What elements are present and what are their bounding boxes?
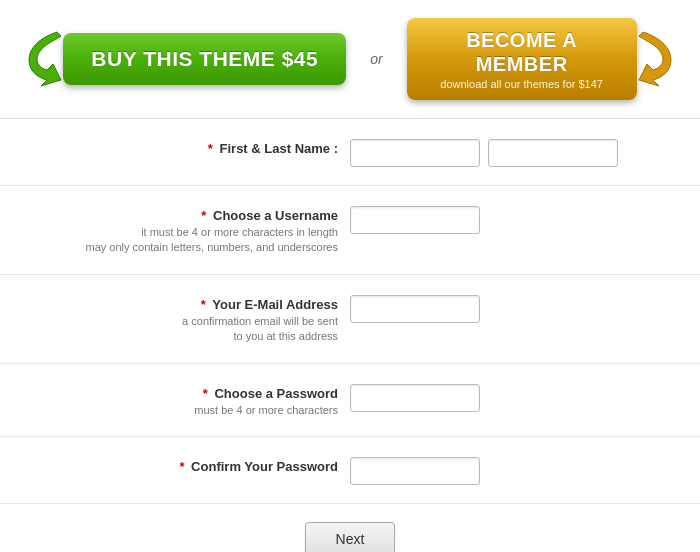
green-arrow-icon — [19, 30, 67, 88]
member-button-wrapper: BECOME A MEMBER download all our themes … — [407, 18, 681, 100]
password-inputs — [350, 382, 480, 412]
become-member-button[interactable]: BECOME A MEMBER download all our themes … — [407, 18, 637, 100]
username-label: * Choose a Username — [40, 208, 338, 223]
email-input[interactable] — [350, 295, 480, 323]
or-label: or — [370, 51, 382, 67]
first-name-input[interactable] — [350, 139, 480, 167]
password-label: * Choose a Password — [40, 386, 338, 401]
last-name-input[interactable] — [488, 139, 618, 167]
email-label: * Your E-Mail Address — [40, 297, 338, 312]
email-inputs — [350, 293, 480, 323]
member-button-sub-text: download all our themes for $147 — [440, 78, 603, 90]
confirm-password-inputs — [350, 455, 480, 485]
username-label-col: * Choose a Username it must be 4 or more… — [40, 204, 350, 256]
email-row: * Your E-Mail Address a confirmation ema… — [0, 275, 700, 364]
username-input[interactable] — [350, 206, 480, 234]
username-sub-label: it must be 4 or more characters in lengt… — [40, 225, 338, 256]
confirm-password-required-star: * — [179, 459, 184, 474]
confirm-password-row: * Confirm Your Password — [0, 437, 700, 504]
email-label-col: * Your E-Mail Address a confirmation ema… — [40, 293, 350, 345]
name-label: * First & Last Name : — [40, 141, 338, 156]
name-row: * First & Last Name : — [0, 119, 700, 186]
confirm-password-label: * Confirm Your Password — [40, 459, 338, 474]
registration-form: * First & Last Name : * Choose a Usernam… — [0, 118, 700, 552]
name-label-col: * First & Last Name : — [40, 137, 350, 156]
buy-theme-button[interactable]: BUY THIS THEME $45 — [63, 33, 346, 85]
next-button-row: Next — [0, 504, 700, 552]
password-input[interactable] — [350, 384, 480, 412]
header: BUY THIS THEME $45 or BECOME A MEMBER do… — [0, 0, 700, 118]
member-button-main-text: BECOME A MEMBER — [427, 28, 617, 76]
password-row: * Choose a Password must be 4 or more ch… — [0, 364, 700, 437]
name-inputs — [350, 137, 618, 167]
password-sub-label: must be 4 or more characters — [40, 403, 338, 418]
username-required-star: * — [201, 208, 206, 223]
password-required-star: * — [203, 386, 208, 401]
email-required-star: * — [201, 297, 206, 312]
confirm-password-label-col: * Confirm Your Password — [40, 455, 350, 474]
confirm-password-input[interactable] — [350, 457, 480, 485]
next-button[interactable]: Next — [305, 522, 396, 552]
name-required-star: * — [208, 141, 213, 156]
password-label-col: * Choose a Password must be 4 or more ch… — [40, 382, 350, 418]
buy-button-wrapper: BUY THIS THEME $45 — [19, 30, 346, 88]
email-sub-label: a confirmation email will be sentto you … — [40, 314, 338, 345]
username-inputs — [350, 204, 480, 234]
username-row: * Choose a Username it must be 4 or more… — [0, 186, 700, 275]
orange-arrow-icon — [633, 30, 681, 88]
